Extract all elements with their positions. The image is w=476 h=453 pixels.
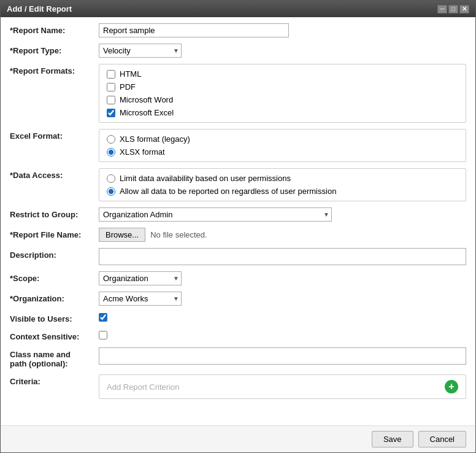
format-html-label: HTML xyxy=(120,69,141,79)
xlsx-row: XLSX format xyxy=(107,147,458,157)
criteria-row: Criteria: Add Report Criterion + xyxy=(10,374,466,399)
format-word-checkbox[interactable] xyxy=(107,96,115,104)
no-file-label: No file selected. xyxy=(150,230,207,239)
minimize-icon: ─ xyxy=(440,6,444,12)
description-input[interactable] xyxy=(99,248,466,265)
excel-format-box: XLS format (legacy) XLSX format xyxy=(99,129,466,162)
scope-row: *Scope: Organization ▼ xyxy=(10,271,466,285)
xlsx-label: XLSX format xyxy=(120,147,165,157)
visible-users-checkbox[interactable] xyxy=(99,313,107,322)
class-name-row: Class name andpath (optional): xyxy=(10,347,466,368)
title-bar: Add / Edit Report ─ □ ✕ xyxy=(1,1,475,17)
restrict-group-select-wrapper: Organization Admin ▼ xyxy=(99,207,332,222)
report-name-input[interactable] xyxy=(99,23,289,37)
scope-select[interactable]: Organization xyxy=(99,271,182,285)
browse-button[interactable]: Browse... xyxy=(99,228,145,242)
da-limit-label: Limit data availability based on user pe… xyxy=(120,174,291,183)
class-path-input[interactable] xyxy=(99,347,466,365)
organization-label: *Organization: xyxy=(10,292,99,303)
scope-label: *Scope: xyxy=(10,271,99,283)
criteria-box: Add Report Criterion + xyxy=(99,374,466,399)
restrict-group-select[interactable]: Organization Admin xyxy=(99,207,332,222)
report-formats-box: HTML PDF Microsoft Word Microsoft Excel xyxy=(99,64,466,123)
org-select[interactable]: Acme Works xyxy=(99,292,182,306)
close-button[interactable]: ✕ xyxy=(459,5,469,14)
format-excel-row: Microsoft Excel xyxy=(107,108,458,117)
xls-legacy-label: XLS format (legacy) xyxy=(120,134,190,144)
report-name-control xyxy=(99,23,466,37)
report-formats-label: *Report Formats: xyxy=(10,64,99,76)
cancel-button[interactable]: Cancel xyxy=(418,431,466,447)
dialog-title: Add / Edit Report xyxy=(7,4,72,14)
report-type-row: *Report Type: Velocity ▼ xyxy=(10,44,466,58)
close-icon: ✕ xyxy=(462,6,467,12)
restrict-group-label: Restrict to Group: xyxy=(10,207,99,219)
description-row: Description: xyxy=(10,248,466,265)
data-access-control: Limit data availability based on user pe… xyxy=(99,168,466,201)
report-file-name-control: Browse... No file selected. xyxy=(99,228,466,242)
format-excel-label: Microsoft Excel xyxy=(120,108,174,117)
maximize-icon: □ xyxy=(451,6,455,12)
format-pdf-label: PDF xyxy=(120,82,136,91)
save-button[interactable]: Save xyxy=(372,431,413,447)
report-formats-row: *Report Formats: HTML PDF Microsoft Word xyxy=(10,64,466,123)
report-file-name-row: *Report File Name: Browse... No file sel… xyxy=(10,228,466,242)
da-limit-radio[interactable] xyxy=(107,174,115,183)
report-type-label: *Report Type: xyxy=(10,44,99,55)
report-formats-control: HTML PDF Microsoft Word Microsoft Excel xyxy=(99,64,466,123)
context-sensitive-label: Context Sensitive: xyxy=(10,330,99,341)
format-word-row: Microsoft Word xyxy=(107,95,458,104)
class-name-control xyxy=(99,347,466,365)
da-allow-row: Allow all data to be reported on regardl… xyxy=(107,187,458,196)
class-name-label: Class name andpath (optional): xyxy=(10,347,99,368)
organization-control: Acme Works ▼ xyxy=(99,292,466,306)
visible-users-control xyxy=(99,312,466,322)
excel-format-control: XLS format (legacy) XLSX format xyxy=(99,129,466,162)
dialog-body: *Report Name: *Report Type: Velocity ▼ *… xyxy=(1,17,475,425)
scope-control: Organization ▼ xyxy=(99,271,466,285)
data-access-row: *Data Access: Limit data availability ba… xyxy=(10,168,466,201)
format-pdf-row: PDF xyxy=(107,82,458,91)
criteria-label: Criteria: xyxy=(10,374,99,386)
xlsx-radio[interactable] xyxy=(107,148,115,157)
context-sensitive-control xyxy=(99,330,466,339)
report-file-name-label: *Report File Name: xyxy=(10,228,99,239)
xls-legacy-radio[interactable] xyxy=(107,135,115,144)
add-criterion-button[interactable]: + xyxy=(445,380,458,393)
excel-format-label: Excel Format: xyxy=(10,129,99,141)
format-pdf-checkbox[interactable] xyxy=(107,83,115,91)
da-limit-row: Limit data availability based on user pe… xyxy=(107,174,458,183)
da-allow-radio[interactable] xyxy=(107,187,115,196)
context-sensitive-checkbox[interactable] xyxy=(99,331,107,339)
data-access-box: Limit data availability based on user pe… xyxy=(99,168,466,201)
data-access-label: *Data Access: xyxy=(10,168,99,180)
excel-format-row: Excel Format: XLS format (legacy) XLSX f… xyxy=(10,129,466,162)
format-excel-checkbox[interactable] xyxy=(107,109,115,117)
maximize-button[interactable]: □ xyxy=(448,5,458,14)
restrict-group-control: Organization Admin ▼ xyxy=(99,207,466,222)
description-label: Description: xyxy=(10,248,99,260)
title-bar-controls: ─ □ ✕ xyxy=(437,5,469,14)
restrict-group-row: Restrict to Group: Organization Admin ▼ xyxy=(10,207,466,222)
organization-row: *Organization: Acme Works ▼ xyxy=(10,292,466,306)
dialog-footer: Save Cancel xyxy=(1,425,475,452)
report-name-row: *Report Name: xyxy=(10,23,466,37)
report-type-control: Velocity ▼ xyxy=(99,44,466,58)
format-word-label: Microsoft Word xyxy=(120,95,173,104)
criteria-placeholder: Add Report Criterion xyxy=(107,382,180,392)
report-type-select-wrapper: Velocity ▼ xyxy=(99,44,182,58)
org-select-wrapper: Acme Works ▼ xyxy=(99,292,182,306)
format-html-checkbox[interactable] xyxy=(107,70,115,79)
da-allow-label: Allow all data to be reported on regardl… xyxy=(120,187,336,196)
context-sensitive-row: Context Sensitive: xyxy=(10,330,466,341)
report-name-label: *Report Name: xyxy=(10,23,99,35)
report-type-select[interactable]: Velocity xyxy=(99,44,182,58)
scope-select-wrapper: Organization ▼ xyxy=(99,271,182,285)
xls-legacy-row: XLS format (legacy) xyxy=(107,134,458,144)
minimize-button[interactable]: ─ xyxy=(437,5,447,14)
visible-users-row: Visible to Users: xyxy=(10,312,466,323)
criteria-control: Add Report Criterion + xyxy=(99,374,466,399)
format-html-row: HTML xyxy=(107,69,458,79)
visible-users-label: Visible to Users: xyxy=(10,312,99,323)
description-control xyxy=(99,248,466,265)
